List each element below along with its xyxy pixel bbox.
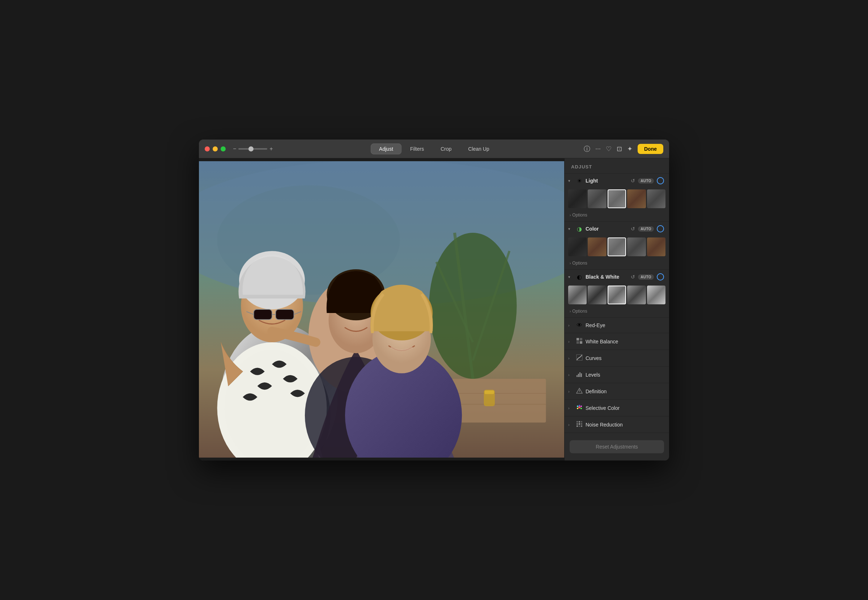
light-reset-icon[interactable]: ↺ (631, 178, 635, 183)
definition-chevron-icon: › (568, 389, 573, 394)
bw-thumb-2[interactable] (588, 286, 606, 305)
magic-wand-icon[interactable]: ✦ (627, 145, 633, 153)
svg-rect-38 (581, 373, 582, 377)
minimize-button[interactable] (212, 146, 218, 152)
maximize-button[interactable] (221, 146, 226, 152)
svg-rect-36 (578, 374, 579, 377)
bw-section-header[interactable]: ▾ ◐ Black & White ↺ AUTO (565, 270, 669, 284)
selective-color-section[interactable]: › Selective Color (565, 400, 669, 417)
light-thumb-4[interactable] (627, 189, 646, 208)
svg-point-43 (580, 408, 582, 409)
light-icon: ☀ (575, 177, 583, 184)
light-section-header[interactable]: ▾ ☀ Light ↺ AUTO (565, 173, 669, 188)
light-thumb-1[interactable] (568, 189, 587, 208)
svg-point-44 (577, 408, 578, 409)
color-auto-button[interactable]: AUTO (638, 226, 654, 232)
svg-rect-30 (577, 338, 579, 341)
bw-thumb-3[interactable] (608, 286, 626, 305)
more-icon[interactable]: ··· (595, 145, 601, 153)
white-balance-section[interactable]: › White Balance (565, 333, 669, 350)
light-section: ▾ ☀ Light ↺ AUTO (565, 173, 669, 221)
zoom-thumb (249, 146, 253, 152)
color-options-chevron-icon: › (570, 261, 571, 265)
red-eye-section[interactable]: › 👁 Red-Eye (565, 318, 669, 333)
light-options-row[interactable]: › Options (565, 211, 669, 221)
traffic-lights (205, 146, 226, 152)
levels-section[interactable]: › Levels (565, 367, 669, 383)
selective-color-icon (575, 404, 583, 412)
svg-rect-48 (579, 421, 580, 423)
color-thumb-1[interactable] (568, 238, 587, 256)
tab-cleanup[interactable]: Clean Up (460, 144, 497, 155)
light-chevron-icon: ▾ (568, 179, 573, 183)
bw-icon: ◐ (575, 274, 583, 280)
levels-chevron-icon: › (568, 373, 573, 377)
svg-rect-37 (580, 372, 580, 377)
levels-icon (575, 371, 583, 379)
bw-options-row[interactable]: › Options (565, 307, 669, 317)
close-button[interactable] (205, 146, 210, 152)
info-icon[interactable]: ⓘ (584, 145, 590, 153)
color-thumb-5[interactable] (647, 238, 665, 256)
reset-adjustments-button[interactable]: Reset Adjustments (570, 440, 664, 453)
light-auto-button[interactable]: AUTO (638, 178, 654, 183)
curves-section[interactable]: › Curves (565, 350, 669, 367)
light-toggle[interactable] (657, 177, 664, 184)
color-thumb-3[interactable] (608, 238, 626, 256)
definition-section[interactable]: › Definition (565, 383, 669, 400)
photo-svg (199, 161, 564, 458)
tab-filters[interactable]: Filters (402, 144, 432, 155)
noise-reduction-icon (575, 421, 583, 428)
bw-toggle[interactable] (657, 273, 664, 280)
bw-thumb-5[interactable] (647, 286, 665, 305)
bw-thumb-1[interactable] (568, 286, 587, 305)
options-chevron-icon: › (570, 213, 571, 217)
bw-thumb-4[interactable] (627, 286, 646, 305)
light-thumb-3[interactable] (608, 189, 626, 208)
white-balance-title: White Balance (586, 339, 664, 344)
svg-point-42 (579, 405, 580, 406)
color-options-row[interactable]: › Options (565, 259, 669, 269)
color-title: Color (586, 226, 628, 232)
white-balance-icon (575, 338, 583, 345)
noise-reduction-title: Noise Reduction (586, 422, 664, 427)
zoom-minus-icon[interactable]: − (233, 145, 236, 152)
color-section: ▾ ◑ Color ↺ AUTO (565, 221, 669, 270)
color-reset-icon[interactable]: ↺ (631, 226, 635, 232)
color-thumb-4[interactable] (627, 238, 646, 256)
favorite-icon[interactable]: ♡ (606, 145, 612, 153)
levels-title: Levels (586, 372, 664, 378)
crop-icon[interactable]: ⊡ (617, 145, 622, 153)
zoom-slider[interactable] (238, 148, 267, 150)
svg-point-3 (429, 233, 516, 379)
svg-rect-52 (581, 423, 582, 425)
red-eye-chevron-icon: › (568, 323, 573, 327)
color-options-label: › Options (570, 261, 664, 266)
bw-thumbnail-strip (565, 284, 669, 307)
zoom-control: − + (233, 145, 273, 152)
color-thumb-2[interactable] (588, 238, 606, 256)
photo-display (199, 161, 564, 458)
svg-rect-53 (577, 426, 578, 427)
light-options-label: › Options (570, 212, 664, 218)
light-title: Light (586, 178, 628, 183)
done-button[interactable]: Done (637, 144, 663, 154)
noise-reduction-section[interactable]: › Noise Reduction (565, 417, 669, 433)
color-chevron-icon: ▾ (568, 227, 573, 231)
light-thumb-2[interactable] (588, 189, 606, 208)
svg-point-45 (580, 406, 582, 407)
curves-icon (575, 354, 583, 362)
svg-rect-54 (579, 426, 580, 427)
bw-auto-button[interactable]: AUTO (638, 274, 654, 280)
bw-options-label: › Options (570, 309, 664, 314)
svg-rect-51 (579, 423, 580, 425)
bw-reset-icon[interactable]: ↺ (631, 274, 635, 280)
light-thumb-5[interactable] (647, 189, 665, 208)
svg-rect-50 (577, 423, 578, 425)
tab-crop[interactable]: Crop (432, 144, 459, 155)
zoom-plus-icon[interactable]: + (269, 145, 273, 152)
tab-adjust[interactable]: Adjust (371, 144, 401, 155)
definition-title: Definition (586, 389, 664, 394)
color-section-header[interactable]: ▾ ◑ Color ↺ AUTO (565, 221, 669, 236)
color-toggle[interactable] (657, 225, 664, 232)
